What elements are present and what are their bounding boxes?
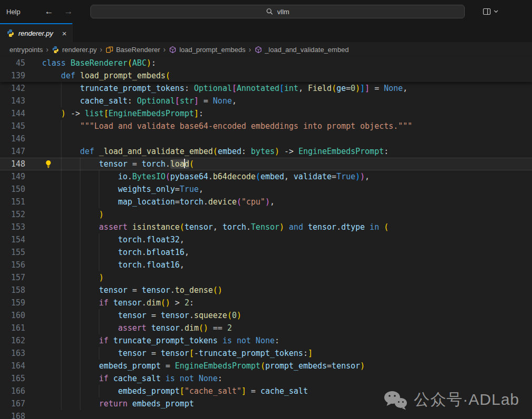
code-token[interactable]: EngineEmbedsPrompt [299,147,384,156]
code-token[interactable]: BaseRenderer [70,58,127,68]
code-text[interactable]: ) -> list[EngineEmbedsPrompt]: [42,107,203,120]
breadcrumb-item--load-and-validate-embed[interactable]: _load_and_validate_embed [254,46,349,54]
code-token[interactable]: , [232,96,237,106]
code-token[interactable]: ) [203,323,208,333]
code-token[interactable]: ) [360,172,365,181]
code-token[interactable]: str [180,96,194,106]
code-token[interactable]: = [128,285,142,295]
code-token[interactable]: """Load and validate base64-encoded embe… [80,121,412,131]
command-center-search[interactable]: vllm [90,5,465,18]
code-token[interactable]: ge [336,84,346,93]
code-token[interactable]: ( [332,84,336,93]
line-number[interactable]: 165 [0,372,25,385]
code-token[interactable]: ( [213,285,218,295]
code-token[interactable]: 2 [185,298,189,308]
code-token[interactable]: ( [128,58,132,68]
code-line-144[interactable]: 144) -> list[EngineEmbedsPrompt]: [0,107,532,120]
code-token[interactable]: embeds_prompt [118,386,179,396]
code-token[interactable]: torch [118,248,141,257]
code-token[interactable]: . [142,235,147,244]
code-token[interactable]: device [208,197,237,207]
code-token[interactable]: . [128,172,132,181]
code-token[interactable]: ] [365,84,370,93]
code-token[interactable]: validate [294,172,332,181]
code-token[interactable]: cache_salt [260,386,308,396]
code-token[interactable]: None [199,374,218,383]
code-token[interactable]: Field [308,84,332,93]
code-token[interactable] [194,374,199,383]
code-token[interactable]: , [270,197,274,207]
line-number[interactable]: 156 [0,259,25,271]
code-token[interactable]: torch [118,260,141,270]
code-token[interactable]: embeds_prompt [132,399,194,408]
code-token[interactable]: . [189,311,194,320]
code-token[interactable]: tensor [118,349,146,358]
code-token[interactable]: truncate_prompt_tokens [80,84,185,93]
code-text[interactable]: def _load_and_validate_embed(embed: byte… [42,145,388,158]
code-token[interactable]: -> [66,109,85,118]
code-line-150[interactable]: 150weights_only=True, [0,183,532,196]
code-token[interactable]: to_dense [175,285,213,295]
code-text[interactable]: class BaseRenderer(ABC): [42,57,156,69]
line-number[interactable]: 153 [0,221,25,233]
code-token[interactable]: ( [166,172,170,181]
line-number[interactable]: 143 [0,95,25,107]
code-token[interactable] [303,222,308,232]
code-token[interactable]: , [299,84,308,93]
code-token[interactable]: def [61,71,75,80]
code-token[interactable]: ( [166,71,170,80]
code-token[interactable]: in [370,222,379,232]
code-token[interactable] [284,222,289,232]
code-token[interactable]: and [289,222,303,232]
code-token[interactable]: not [237,336,251,345]
code-token[interactable]: ) [237,311,241,320]
code-token[interactable]: . [142,248,147,257]
line-number[interactable]: 142 [0,82,25,95]
code-token[interactable]: torch [142,159,166,169]
code-token[interactable]: ( [180,222,185,232]
code-token[interactable]: ) [360,361,365,371]
code-token[interactable]: ) [355,84,360,93]
code-text[interactable]: torch.float32, [42,233,185,246]
code-token[interactable]: if [99,374,108,383]
code-token[interactable]: ( [237,197,241,207]
code-line-143[interactable]: 143cache_salt: Optional[str] = None, [0,95,532,107]
code-token[interactable]: . [336,222,341,232]
code-line-151[interactable]: 151map_location=torch.device("cpu"), [0,196,532,208]
tab-close-icon[interactable]: × [62,29,67,37]
code-token[interactable]: . [166,159,170,169]
code-line-146[interactable]: 146 [0,132,532,145]
code-text[interactable]: if tensor.dim() > 2: [42,297,194,309]
code-line-156[interactable]: 156torch.float16, [0,259,532,271]
code-token[interactable]: . [246,222,251,232]
code-line-148[interactable]: 148tensor = torch.load( [0,158,532,170]
code-token[interactable]: [ [232,84,237,93]
code-token[interactable]: BytesIO [132,172,166,181]
menu-help[interactable]: Help [0,8,27,16]
code-text[interactable]: ) [42,271,104,284]
line-number[interactable]: 155 [0,246,25,259]
code-token[interactable] [218,336,222,345]
code-token[interactable]: is [166,374,175,383]
code-text[interactable]: io.BytesIO(pybase64.b64decode(embed, val… [42,170,370,183]
code-token[interactable]: EngineEmbedsPrompt [175,361,261,371]
code-token[interactable]: Annotated [237,84,279,93]
customize-layout-button[interactable] [483,7,498,16]
code-token[interactable]: tensor [118,311,146,320]
code-token[interactable]: tensor [332,361,360,371]
code-text[interactable]: tensor = tensor.to_dense() [42,284,222,297]
code-token[interactable]: EngineEmbedsPrompt [108,109,194,118]
code-text[interactable]: assert isinstance(tensor, torch.Tensor) … [42,221,388,233]
code-token[interactable]: weights_only [118,185,175,194]
code-text[interactable]: map_location=torch.device("cpu"), [42,196,274,208]
code-token[interactable]: torch [180,197,203,207]
code-token[interactable]: : [303,349,308,358]
code-token[interactable]: = [346,84,351,93]
line-number[interactable]: 45 [0,57,25,69]
code-token[interactable]: = [175,185,180,194]
code-token[interactable]: class [42,58,66,68]
code-line-152[interactable]: 152) [0,208,532,221]
code-text[interactable]: torch.float16, [42,259,185,271]
code-token[interactable]: truncate_prompt_tokens [199,349,303,358]
code-token[interactable]: : [185,84,194,93]
